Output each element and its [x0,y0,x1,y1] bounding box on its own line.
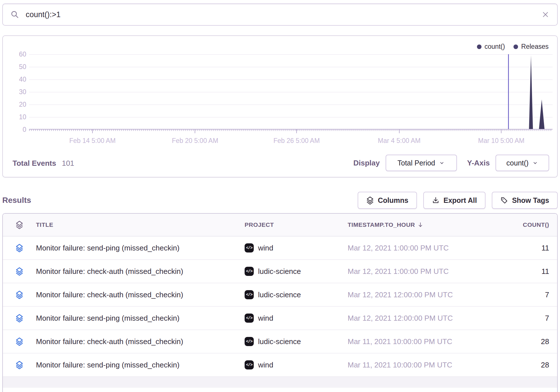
y-tick-label: 60 [6,50,26,58]
y-axis-dropdown-value: count() [506,159,529,167]
release-marker-line [508,54,509,130]
row-count: 11 [511,267,557,276]
project-cell: </> wind [245,314,348,323]
row-title[interactable]: Monitor failure: send-ping (missed_check… [36,361,245,369]
search-icon [10,10,19,19]
sort-desc-arrow-icon [417,222,424,228]
column-header-title[interactable]: TITLE [36,221,245,228]
download-icon [432,197,440,204]
y-tick-label: 30 [6,88,26,96]
x-major-tick [399,130,400,133]
x-tick-label: Feb 14 5:00 AM [69,137,116,145]
plot-area: Feb 14 5:00 AMFeb 20 5:00 AMFeb 26 5:00 … [29,54,553,130]
column-header-timestamp[interactable]: TIMESTAMP.TO_HOUR [348,221,511,228]
project-name: ludic-science [258,267,301,276]
column-header-count[interactable]: COUNT() [511,221,557,228]
table-row[interactable]: Monitor failure: send-ping (missed_check… [3,237,557,260]
row-timestamp: Mar 12, 2021 1:00:00 PM UTC [348,244,511,252]
export-all-button[interactable]: Export All [423,192,486,209]
x-tick-label: Feb 20 5:00 AM [172,137,218,145]
platform-code-icon: </> [245,290,254,299]
y-axis-label: Y-Axis [467,159,490,167]
platform-code-icon: </> [245,360,254,369]
x-tick-label: Mar 4 5:00 AM [378,137,421,145]
table-row[interactable]: Monitor failure: check-auth (missed_chec… [3,283,557,307]
display-dropdown-value: Total Period [397,159,435,167]
stack-icon [15,244,23,252]
stack-icon [15,314,23,322]
total-events-value: 101 [62,159,74,168]
row-count: 28 [511,337,557,346]
search-input[interactable] [26,10,541,19]
legend-label: Releases [521,43,549,50]
row-timestamp: Mar 11, 2021 10:00:00 PM UTC [348,361,511,369]
row-count: 28 [511,361,557,369]
show-tags-button[interactable]: Show Tags [492,192,558,209]
show-tags-button-label: Show Tags [512,196,549,205]
x-major-tick [501,130,501,133]
row-title[interactable]: Monitor failure: send-ping (missed_check… [36,314,245,323]
legend-item[interactable]: count() [477,43,505,50]
display-label: Display [353,159,380,167]
export-all-button-label: Export All [444,196,477,205]
table-row[interactable]: Monitor failure: send-ping (missed_check… [3,307,557,330]
x-major-tick [195,130,195,133]
row-timestamp: Mar 12, 2021 12:00:00 PM UTC [348,290,511,299]
total-events-label: Total Events [13,159,56,168]
table-footer-strip [3,377,557,388]
y-axis-dropdown[interactable]: count() [495,155,549,171]
table-row[interactable]: Monitor failure: check-auth (missed_chec… [3,260,557,283]
x-tick-label: Feb 26 5:00 AM [273,137,320,145]
project-name: wind [258,361,273,369]
row-count: 7 [511,290,557,299]
row-title[interactable]: Monitor failure: check-auth (missed_chec… [36,267,245,276]
project-name: wind [258,244,273,252]
row-timestamp: Mar 12, 2021 12:00:00 PM UTC [348,314,511,323]
row-title[interactable]: Monitor failure: check-auth (missed_chec… [36,337,245,346]
columns-stack-icon [366,196,374,205]
columns-button-label: Columns [378,196,408,205]
legend-dot-icon [513,45,518,49]
platform-code-icon: </> [245,243,254,252]
row-title[interactable]: Monitor failure: send-ping (missed_check… [36,244,245,252]
results-header-row: Results Columns Export All Show Tags [2,192,558,209]
stack-icon [15,267,23,276]
project-name: wind [258,314,273,323]
x-tick-label: Mar 10 5:00 AM [478,137,524,145]
chevron-down-icon [532,160,538,166]
chart-legend: count()Releases [477,43,549,50]
row-title[interactable]: Monitor failure: check-auth (missed_chec… [36,290,245,299]
project-cell: </> ludic-science [245,290,348,299]
results-table: TITLE PROJECT TIMESTAMP.TO_HOUR COUNT() … [2,213,558,392]
total-events: Total Events 101 [13,159,74,168]
table-body: Monitor failure: send-ping (missed_check… [3,237,557,377]
display-dropdown[interactable]: Total Period [386,155,457,171]
legend-item[interactable]: Releases [513,43,549,50]
project-cell: </> ludic-science [245,267,348,276]
clear-search-icon[interactable] [541,10,550,19]
row-count: 7 [511,314,557,323]
x-major-tick [92,130,93,133]
platform-code-icon: </> [245,267,254,276]
table-header: TITLE PROJECT TIMESTAMP.TO_HOUR COUNT() [3,214,557,237]
project-name: ludic-science [258,337,301,346]
y-tick-label: 10 [6,113,26,121]
stack-icon [15,337,23,346]
chevron-down-icon [439,160,445,166]
chart-controls: Display Total Period Y-Axis count() [353,155,549,171]
search-bar [2,3,558,26]
chart-series-svg [29,54,553,130]
table-row[interactable]: Monitor failure: send-ping (missed_check… [3,353,557,377]
tag-icon [500,197,508,204]
y-axis-labels: 0102030405060 [6,36,26,177]
table-row[interactable]: Monitor failure: check-auth (missed_chec… [3,330,557,353]
column-header-project[interactable]: PROJECT [245,221,348,228]
row-timestamp: Mar 12, 2021 1:00:00 PM UTC [348,267,511,276]
columns-button[interactable]: Columns [358,192,417,209]
project-cell: </> wind [245,360,348,369]
chart-panel: count()Releases 0102030405060 Feb 14 5:0… [2,35,558,177]
results-buttons: Columns Export All Show Tags [358,192,558,209]
legend-label: count() [485,43,505,50]
y-tick-label: 0 [6,126,26,134]
y-tick-label: 50 [6,63,26,71]
